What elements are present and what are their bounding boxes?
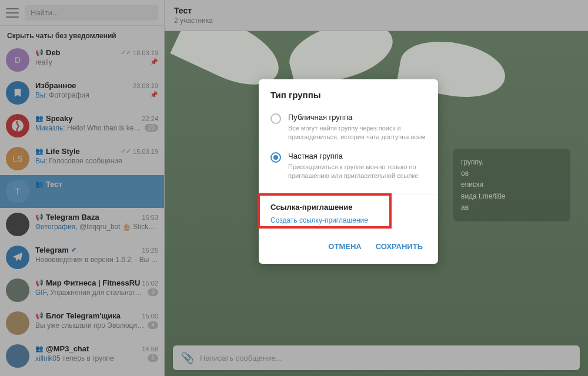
cancel-button[interactable]: ОТМЕНА [323, 239, 366, 254]
group-type-dialog: Тип группы Публичная группаВсе могут най… [259, 79, 438, 264]
option-desc: Все могут найти группу через поиск и при… [288, 124, 426, 142]
radio-option[interactable]: Частная группаПрисоединиться к группе мо… [270, 147, 426, 186]
invite-section: Ссылка-приглашение Создать ссылку-пригла… [259, 194, 438, 230]
radio-icon [270, 152, 281, 163]
dialog-title: Тип группы [259, 79, 438, 108]
invite-title: Ссылка-приглашение [270, 203, 426, 212]
option-desc: Присоединиться к группе можно только по … [288, 163, 426, 181]
option-label: Частная группа [288, 152, 426, 160]
create-invite-link[interactable]: Создать ссылку-приглашение [270, 216, 426, 224]
radio-option[interactable]: Публичная группаВсе могут найти группу ч… [270, 108, 426, 147]
save-button[interactable]: СОХРАНИТЬ [371, 239, 427, 254]
dialog-footer: ОТМЕНА СОХРАНИТЬ [259, 230, 438, 264]
radio-icon [270, 113, 281, 124]
dialog-options: Публичная группаВсе могут найти группу ч… [259, 108, 438, 190]
option-label: Публичная группа [288, 113, 426, 122]
